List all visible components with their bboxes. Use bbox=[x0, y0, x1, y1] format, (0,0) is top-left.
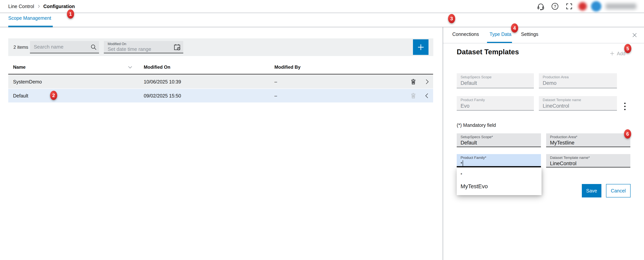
field-value: LineControl bbox=[550, 160, 576, 166]
panel-tab-settings[interactable]: Settings bbox=[521, 32, 538, 37]
details-panel: Connections Type Data Settings Dataset T… bbox=[443, 27, 644, 260]
close-panel-icon[interactable] bbox=[630, 31, 639, 40]
column-header-modified-by: Modified By bbox=[274, 64, 300, 70]
field-value: Default bbox=[460, 140, 477, 146]
field-label: SetupSpecs Scope* bbox=[460, 135, 493, 139]
readonly-field-production-area: Production Area Demo bbox=[539, 73, 617, 88]
field-label: SetupSpecs Scope bbox=[460, 75, 492, 79]
list-toolbar: 2 items Modified On Set date time range bbox=[8, 38, 433, 56]
date-filter-placeholder: Set date time range bbox=[108, 46, 151, 52]
row-actions bbox=[410, 75, 430, 88]
svg-text:?: ? bbox=[554, 4, 556, 9]
delete-row-icon-disabled bbox=[410, 92, 417, 100]
fullscreen-icon[interactable] bbox=[564, 1, 574, 11]
field-value: * bbox=[460, 160, 463, 167]
tab-scope-management[interactable]: Scope Management bbox=[8, 15, 51, 21]
edit-field-dataset-template-name[interactable]: Dataset Template name* LineControl bbox=[546, 154, 630, 168]
column-header-name: Name bbox=[13, 64, 26, 70]
field-label: Product Family bbox=[460, 98, 485, 102]
readonly-field-setupspecs-scope: SetupSpecs Scope Default bbox=[457, 73, 534, 88]
cell-name: SystemDemo bbox=[13, 79, 42, 84]
notification-badge-blurred[interactable] bbox=[578, 2, 587, 10]
add-dataset-template-button[interactable]: Add bbox=[609, 51, 626, 56]
search-input[interactable] bbox=[30, 41, 99, 53]
sort-chevron-icon[interactable] bbox=[127, 66, 133, 70]
panel-title: Dataset Templates bbox=[457, 48, 519, 56]
support-headset-icon[interactable] bbox=[536, 1, 546, 11]
help-icon[interactable]: ? bbox=[550, 1, 560, 11]
user-avatar-blurred[interactable] bbox=[591, 1, 602, 12]
field-value: Evo bbox=[460, 103, 470, 109]
callout-badge-2: 2 bbox=[50, 91, 57, 100]
cell-modified-on: 10/06/2025 10:39 bbox=[144, 79, 181, 84]
modified-on-date-filter[interactable]: Modified On Set date time range bbox=[104, 41, 183, 53]
delete-row-icon[interactable] bbox=[410, 78, 417, 86]
close-details-chevron-icon[interactable] bbox=[424, 93, 430, 99]
dropdown-option[interactable]: MyTestEvo bbox=[457, 180, 542, 193]
callout-badge-3: 3 bbox=[448, 14, 455, 23]
edit-field-production-area[interactable]: Production Area* MyTestline bbox=[546, 133, 630, 147]
save-button[interactable]: Save bbox=[582, 184, 602, 198]
callout-badge-6: 6 bbox=[624, 129, 631, 138]
field-value: Demo bbox=[543, 80, 556, 86]
field-label: Production Area bbox=[543, 75, 568, 79]
field-label: Dataset Template name* bbox=[550, 156, 590, 160]
items-count: 2 items bbox=[14, 38, 28, 56]
date-filter-label: Modified On bbox=[108, 42, 126, 46]
column-header-modified-on: Modified On bbox=[144, 64, 170, 70]
table-header-row: Name Modified On Modified By bbox=[8, 62, 433, 74]
callout-badge-4: 4 bbox=[511, 24, 518, 32]
dropdown-option[interactable]: * bbox=[457, 168, 542, 180]
row-actions bbox=[410, 89, 430, 102]
breadcrumb: Line Control Configuration bbox=[8, 0, 75, 13]
scopes-table: Name Modified On Modified By SystemDemo … bbox=[8, 62, 433, 102]
mandatory-field-note: (*) Mandatory field bbox=[457, 122, 496, 128]
cancel-button[interactable]: Cancel bbox=[606, 184, 630, 198]
product-family-dropdown: * MyTestEvo bbox=[457, 168, 542, 195]
breadcrumb-chevron-icon bbox=[37, 4, 41, 8]
callout-badge-5: 5 bbox=[624, 44, 631, 53]
edit-field-product-family-focused[interactable]: Product Family* * bbox=[457, 154, 541, 167]
breadcrumb-section[interactable]: Line Control bbox=[8, 4, 34, 9]
table-row-selected[interactable]: Default 09/02/2025 15:50 – bbox=[8, 89, 433, 102]
cell-name: Default bbox=[13, 93, 28, 98]
field-value: MyTestline bbox=[550, 140, 574, 146]
open-details-chevron-icon[interactable] bbox=[424, 79, 430, 85]
cell-modified-by: – bbox=[274, 79, 277, 84]
search-icon[interactable] bbox=[90, 44, 97, 52]
cell-modified-on: 09/02/2025 15:50 bbox=[144, 93, 181, 98]
cell-modified-by: – bbox=[274, 93, 277, 98]
top-actions: ? bbox=[536, 0, 636, 13]
panel-tab-connections[interactable]: Connections bbox=[452, 32, 479, 37]
field-label: Product Family* bbox=[460, 156, 486, 160]
callout-badge-1: 1 bbox=[67, 10, 74, 18]
table-row[interactable]: SystemDemo 10/06/2025 10:39 – bbox=[8, 75, 433, 88]
text-caret bbox=[463, 160, 463, 167]
calendar-clock-icon bbox=[173, 43, 181, 52]
user-name-blurred bbox=[606, 4, 636, 9]
add-scope-button[interactable] bbox=[413, 39, 428, 55]
field-value: Default bbox=[460, 80, 477, 86]
line-control-app: Line Control Configuration ? bbox=[0, 0, 644, 260]
search-field bbox=[30, 41, 99, 53]
top-header: Line Control Configuration ? bbox=[0, 0, 644, 13]
readonly-field-dataset-template-name: Dataset Template name LineControl bbox=[539, 96, 617, 110]
breadcrumb-current-page: Configuration bbox=[43, 4, 75, 9]
field-value: LineControl bbox=[543, 103, 569, 109]
edit-field-setupspecs-scope[interactable]: SetupSpecs Scope* Default bbox=[457, 133, 541, 147]
panel-tab-bar-divider bbox=[443, 43, 644, 43]
panel-tab-type-data[interactable]: Type Data bbox=[490, 32, 512, 37]
readonly-field-product-family: Product Family Evo bbox=[457, 96, 534, 110]
add-dataset-template-label: Add bbox=[617, 51, 626, 56]
field-label: Production Area* bbox=[550, 135, 578, 139]
field-label: Dataset Template name bbox=[543, 98, 581, 102]
template-options-kebab-icon[interactable] bbox=[621, 101, 628, 112]
